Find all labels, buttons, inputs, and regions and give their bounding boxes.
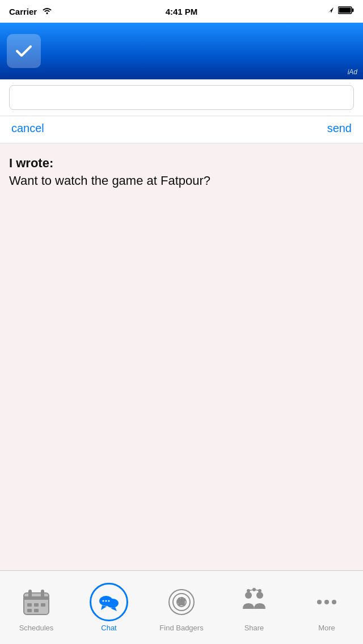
message-input[interactable] bbox=[9, 85, 354, 110]
find-badgers-icon bbox=[167, 587, 196, 617]
status-right bbox=[327, 6, 354, 16]
svg-point-18 bbox=[105, 600, 107, 602]
svg-rect-27 bbox=[177, 600, 179, 603]
more-icon bbox=[317, 600, 336, 604]
svg-rect-10 bbox=[41, 603, 45, 607]
send-button[interactable]: send bbox=[327, 122, 352, 135]
status-bar: Carrier 4:41 PM bbox=[0, 0, 363, 23]
cancel-button[interactable]: cancel bbox=[11, 122, 44, 135]
tab-item-schedules[interactable]: Schedules bbox=[0, 577, 73, 639]
svg-rect-7 bbox=[41, 590, 44, 598]
svg-rect-25 bbox=[181, 597, 183, 600]
input-row bbox=[0, 79, 363, 116]
svg-point-30 bbox=[256, 592, 263, 599]
share-icon bbox=[239, 587, 269, 617]
svg-marker-14 bbox=[101, 605, 107, 610]
message-prefix: I wrote: bbox=[9, 156, 53, 170]
svg-point-19 bbox=[108, 600, 110, 602]
tab-label-find-badgers: Find Badgers bbox=[159, 624, 203, 632]
chat-icon-wrap bbox=[90, 583, 128, 621]
location-icon bbox=[327, 6, 335, 16]
svg-rect-12 bbox=[34, 609, 39, 612]
svg-rect-26 bbox=[184, 598, 185, 601]
chat-circle bbox=[90, 583, 128, 621]
ad-checkbox bbox=[7, 34, 41, 68]
status-time: 4:41 PM bbox=[166, 7, 198, 16]
status-left: Carrier bbox=[9, 6, 53, 16]
svg-rect-5 bbox=[24, 596, 49, 600]
more-icon-wrap bbox=[307, 583, 346, 621]
message-display: I wrote: Want to watch the game at Fatpo… bbox=[9, 155, 354, 190]
svg-rect-8 bbox=[27, 603, 32, 607]
find-badgers-icon-wrap bbox=[162, 583, 201, 621]
ad-banner[interactable]: iAd bbox=[0, 23, 363, 79]
svg-rect-3 bbox=[339, 8, 351, 13]
svg-point-0 bbox=[47, 12, 48, 14]
svg-point-17 bbox=[103, 600, 104, 602]
svg-rect-9 bbox=[34, 603, 39, 607]
tab-item-share[interactable]: Share bbox=[218, 577, 290, 639]
svg-marker-16 bbox=[111, 607, 117, 611]
svg-point-15 bbox=[106, 599, 119, 608]
schedules-icon bbox=[22, 587, 51, 617]
svg-rect-11 bbox=[27, 609, 32, 612]
tab-label-more: More bbox=[318, 624, 335, 632]
svg-point-29 bbox=[245, 592, 252, 599]
action-row: cancel send bbox=[0, 116, 363, 143]
svg-rect-28 bbox=[178, 603, 185, 605]
tab-item-more[interactable]: More bbox=[290, 577, 363, 639]
wifi-icon bbox=[41, 6, 53, 16]
tab-label-chat: Chat bbox=[101, 624, 116, 632]
share-icon-wrap bbox=[235, 583, 273, 621]
battery-icon bbox=[338, 6, 354, 16]
carrier-label: Carrier bbox=[9, 7, 37, 16]
ad-label: iAd bbox=[348, 68, 357, 76]
svg-rect-6 bbox=[28, 590, 32, 598]
svg-rect-2 bbox=[352, 9, 354, 12]
chat-icon bbox=[96, 590, 121, 615]
message-body: Want to watch the game at Fatpour? bbox=[9, 173, 210, 188]
content-area: I wrote: Want to watch the game at Fatpo… bbox=[0, 143, 363, 567]
tab-label-share: Share bbox=[244, 624, 264, 632]
tab-item-chat[interactable]: Chat bbox=[73, 577, 145, 639]
schedules-icon-wrap bbox=[17, 583, 56, 621]
tab-item-find-badgers[interactable]: Find Badgers bbox=[145, 577, 218, 639]
tab-label-schedules: Schedules bbox=[19, 624, 54, 632]
tab-bar: Schedules Chat bbox=[0, 570, 363, 644]
